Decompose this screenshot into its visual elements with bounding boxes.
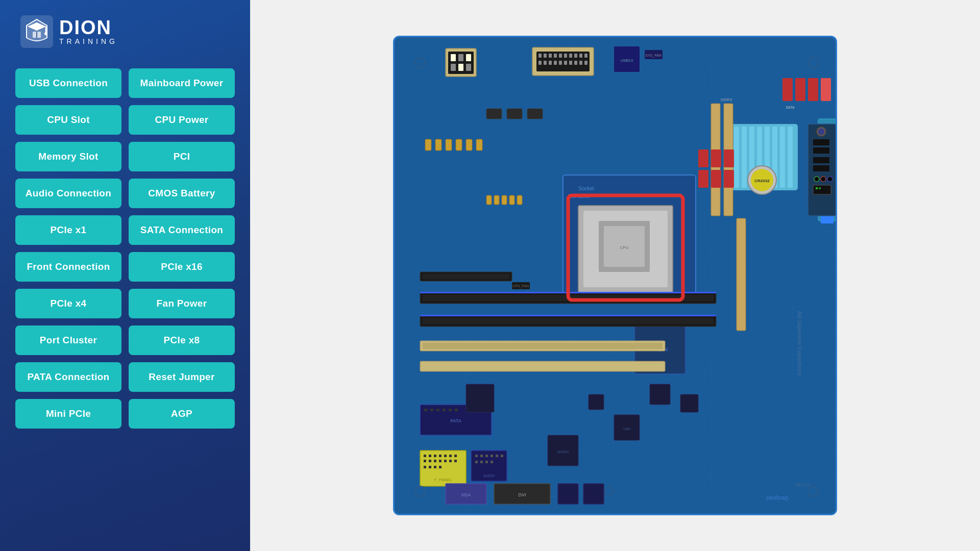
svg-rect-81 — [458, 64, 463, 71]
btn-reset-jumper[interactable]: Reset Jumper — [129, 362, 235, 392]
svg-rect-111 — [724, 170, 734, 188]
btn-agp[interactable]: AGP — [129, 399, 235, 429]
svg-rect-39 — [808, 78, 818, 101]
svg-rect-100 — [424, 409, 427, 411]
btn-pata-connection[interactable]: PATA Connection — [15, 362, 121, 392]
svg-text:DDR3: DDR3 — [721, 97, 732, 102]
svg-rect-179 — [813, 185, 831, 194]
nav-buttons-grid: USB Connection Mainboard Power CPU Slot … — [15, 68, 235, 429]
svg-rect-172 — [813, 139, 829, 145]
svg-rect-40 — [821, 78, 831, 101]
svg-rect-192 — [466, 384, 494, 412]
svg-rect-160 — [476, 139, 482, 151]
svg-rect-52 — [821, 216, 834, 223]
svg-rect-187 — [589, 394, 604, 410]
svg-rect-128 — [449, 460, 452, 462]
svg-rect-18 — [554, 54, 557, 58]
btn-usb-connection[interactable]: USB Connection — [15, 68, 121, 98]
motherboard-container: ATX — [271, 20, 960, 531]
svg-text:VGA: VGA — [461, 492, 471, 497]
btn-pci[interactable]: PCI — [129, 142, 235, 171]
logo-name: DION — [59, 18, 118, 37]
btn-port-cluster[interactable]: Port Cluster — [15, 325, 121, 355]
btn-memory-slot[interactable]: Memory Slot — [15, 142, 121, 171]
svg-rect-25 — [538, 61, 542, 65]
svg-rect-26 — [544, 61, 547, 65]
svg-text:DVI: DVI — [518, 492, 526, 497]
svg-rect-102 — [436, 409, 439, 411]
svg-rect-118 — [434, 455, 436, 457]
svg-rect-175 — [813, 165, 829, 171]
svg-text:Socket: Socket — [578, 186, 594, 191]
svg-rect-124 — [429, 460, 431, 462]
svg-rect-141 — [501, 455, 503, 457]
svg-rect-137 — [480, 455, 483, 457]
svg-rect-162 — [494, 195, 499, 205]
svg-rect-54 — [734, 127, 739, 188]
main-content: ATX — [250, 0, 980, 551]
svg-rect-31 — [569, 61, 572, 65]
svg-rect-80 — [451, 64, 456, 71]
svg-rect-109 — [698, 170, 708, 188]
btn-pcie-x4[interactable]: PCIe x4 — [15, 289, 121, 318]
btn-cpu-slot[interactable]: CPU Slot — [15, 105, 121, 135]
svg-rect-96 — [423, 343, 663, 349]
svg-rect-15 — [538, 54, 542, 58]
svg-rect-155 — [425, 139, 431, 151]
svg-rect-60 — [780, 127, 785, 188]
btn-front-connection[interactable]: Front Connection — [15, 252, 121, 282]
svg-point-178 — [827, 177, 832, 182]
svg-rect-104 — [449, 409, 452, 411]
svg-rect-117 — [429, 455, 431, 457]
btn-audio-connection[interactable]: Audio Connection — [15, 179, 121, 208]
btn-cpu-power[interactable]: CPU Power — [129, 105, 235, 135]
btn-pcie-x1[interactable]: PCIe x1 — [15, 215, 121, 245]
svg-point-177 — [821, 177, 826, 182]
svg-rect-163 — [502, 195, 507, 205]
svg-text:SATA: SATA — [786, 106, 795, 109]
svg-rect-116 — [424, 455, 426, 457]
svg-rect-167 — [507, 109, 522, 119]
btn-mainboard-power[interactable]: Mainboard Power — [129, 68, 235, 98]
logo-text: DION TRAINING — [59, 18, 118, 45]
svg-rect-122 — [454, 455, 457, 457]
svg-rect-139 — [491, 455, 493, 457]
svg-rect-123 — [424, 460, 426, 462]
svg-text:PATA: PATA — [450, 418, 461, 423]
btn-pcie-x8[interactable]: PCIe x8 — [129, 325, 235, 355]
btn-mini-pcie[interactable]: Mini PCIe — [15, 399, 121, 429]
svg-text:USB3.0: USB3.0 — [621, 59, 633, 62]
svg-rect-29 — [559, 61, 562, 65]
svg-rect-16 — [544, 54, 547, 58]
svg-rect-143 — [480, 461, 483, 463]
svg-rect-94 — [423, 274, 509, 279]
svg-text:F_PANEL: F_PANEL — [434, 478, 453, 482]
svg-rect-174 — [813, 157, 829, 163]
dion-logo-icon — [20, 15, 53, 48]
svg-rect-158 — [456, 139, 462, 151]
svg-text:CR2032: CR2032 — [754, 179, 770, 183]
svg-rect-165 — [517, 195, 522, 205]
svg-text:REV:1.1: REV:1.1 — [795, 483, 811, 487]
svg-rect-161 — [486, 195, 492, 205]
svg-rect-34 — [584, 61, 587, 65]
btn-sata-connection[interactable]: SATA Connection — [129, 215, 235, 245]
svg-rect-129 — [454, 460, 457, 462]
svg-rect-108 — [724, 149, 734, 167]
svg-rect-136 — [475, 455, 478, 457]
svg-rect-55 — [742, 127, 747, 188]
btn-fan-power[interactable]: Fan Power — [129, 289, 235, 318]
svg-rect-110 — [711, 170, 721, 188]
svg-rect-121 — [449, 455, 452, 457]
svg-rect-185 — [650, 384, 670, 405]
btn-pcie-x16[interactable]: PCIe x16 — [129, 252, 235, 282]
btn-cmos-battery[interactable]: CMOS Battery — [129, 179, 235, 208]
svg-rect-180 — [816, 187, 818, 189]
svg-text:LAN: LAN — [623, 427, 630, 431]
svg-rect-120 — [444, 455, 447, 457]
svg-text:AUDIO: AUDIO — [557, 450, 569, 454]
svg-rect-159 — [466, 139, 472, 151]
svg-rect-166 — [486, 109, 502, 119]
svg-rect-32 — [574, 61, 577, 65]
svg-rect-119 — [439, 455, 442, 457]
